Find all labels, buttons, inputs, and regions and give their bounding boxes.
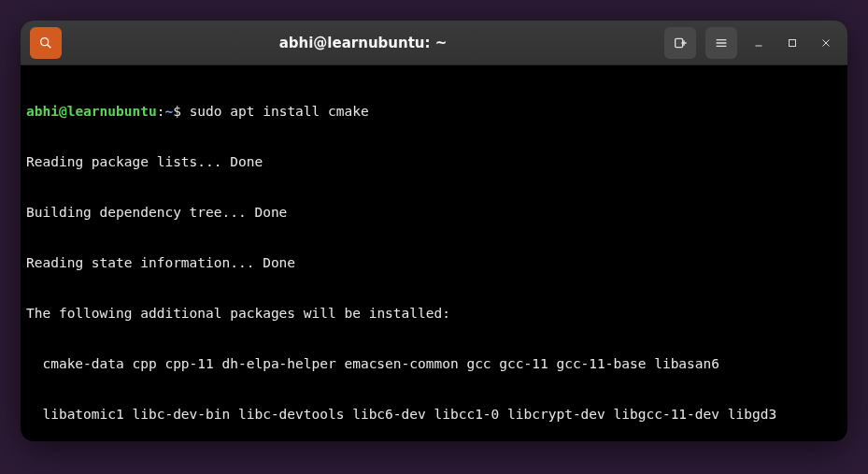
hamburger-icon [714,36,729,50]
window-title: abhi@learnubuntu: ~ [64,35,662,51]
close-icon [820,37,832,49]
output-line: Reading state information... Done [26,254,842,271]
terminal-body[interactable]: abhi@learnubuntu:~$ sudo apt install cma… [21,65,847,441]
menu-button[interactable] [705,27,737,59]
output-line: cmake-data cpp cpp-11 dh-elpa-helper ema… [26,355,842,372]
maximize-icon [787,37,798,49]
new-tab-button[interactable] [664,27,696,59]
output-line: Building dependency tree... Done [26,204,842,221]
prompt-line: abhi@learnubuntu:~$ sudo apt install cma… [26,103,842,120]
prompt-user: abhi@learnubuntu [26,104,157,119]
svg-point-0 [41,37,49,45]
svg-line-1 [48,44,51,48]
search-button[interactable] [30,27,62,59]
search-icon [38,36,53,50]
output-line: The following additional packages will b… [26,305,842,322]
titlebar: abhi@learnubuntu: ~ [21,21,847,65]
output-line: libatomic1 libc-dev-bin libc-devtools li… [26,406,842,423]
svg-rect-9 [790,39,796,46]
minimize-button[interactable] [745,29,773,57]
maximize-button[interactable] [778,29,806,57]
prompt-dollar: $ [173,104,189,119]
close-button[interactable] [812,29,840,57]
terminal-window: abhi@learnubuntu: ~ abhi@learnubuntu:~$ … [21,21,847,441]
prompt-path: ~ [164,104,173,119]
minimize-icon [753,37,764,49]
output-line: Reading package lists... Done [26,153,842,170]
new-tab-icon [673,36,688,50]
prompt-command: sudo apt install cmake [190,104,369,119]
